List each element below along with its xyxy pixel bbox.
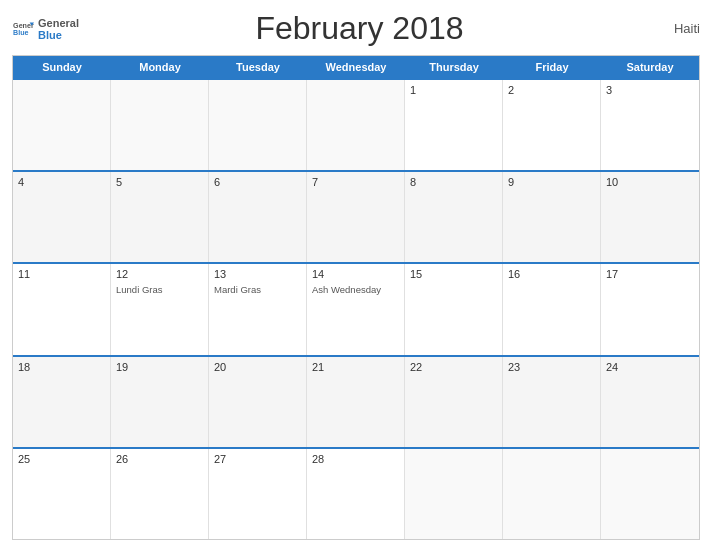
day-number: 18 [18,361,105,373]
day-cell: 6 [209,172,307,262]
day-cell: 11 [13,264,111,354]
header-sunday: Sunday [13,56,111,78]
day-cell [503,449,601,539]
day-cell [111,80,209,170]
day-cell: 26 [111,449,209,539]
day-cell: 14Ash Wednesday [307,264,405,354]
day-cell: 16 [503,264,601,354]
day-event: Lundi Gras [116,284,203,296]
day-number: 1 [410,84,497,96]
day-number: 21 [312,361,399,373]
day-cell [13,80,111,170]
day-cell: 28 [307,449,405,539]
logo: General Blue General Blue [12,17,79,41]
day-cell: 8 [405,172,503,262]
day-cell: 20 [209,357,307,447]
weeks-container: 123456789101112Lundi Gras13Mardi Gras14A… [13,78,699,539]
header-tuesday: Tuesday [209,56,307,78]
week-row-5: 25262728 [13,447,699,539]
header-saturday: Saturday [601,56,699,78]
day-cell: 19 [111,357,209,447]
day-cell: 21 [307,357,405,447]
day-cell: 27 [209,449,307,539]
day-number: 26 [116,453,203,465]
day-cell: 2 [503,80,601,170]
day-cell: 18 [13,357,111,447]
header-thursday: Thursday [405,56,503,78]
calendar-title: February 2018 [79,10,640,47]
day-number: 7 [312,176,399,188]
day-headers: Sunday Monday Tuesday Wednesday Thursday… [13,56,699,78]
week-row-4: 18192021222324 [13,355,699,447]
day-cell: 10 [601,172,699,262]
logo-general: General [38,17,79,29]
week-row-3: 1112Lundi Gras13Mardi Gras14Ash Wednesda… [13,262,699,354]
day-number: 6 [214,176,301,188]
day-number: 17 [606,268,694,280]
day-cell: 25 [13,449,111,539]
day-cell: 1 [405,80,503,170]
header-wednesday: Wednesday [307,56,405,78]
day-cell: 5 [111,172,209,262]
header-friday: Friday [503,56,601,78]
week-row-2: 45678910 [13,170,699,262]
day-cell: 13Mardi Gras [209,264,307,354]
day-number: 20 [214,361,301,373]
calendar-grid: Sunday Monday Tuesday Wednesday Thursday… [12,55,700,540]
day-cell [405,449,503,539]
logo-icon: General Blue [12,18,34,40]
day-cell: 7 [307,172,405,262]
day-number: 15 [410,268,497,280]
day-event: Mardi Gras [214,284,301,296]
day-cell [601,449,699,539]
svg-text:Blue: Blue [13,28,29,36]
day-number: 27 [214,453,301,465]
day-number: 24 [606,361,694,373]
day-cell [307,80,405,170]
header-monday: Monday [111,56,209,78]
logo-blue: Blue [38,29,79,41]
day-number: 11 [18,268,105,280]
day-number: 16 [508,268,595,280]
day-event: Ash Wednesday [312,284,399,296]
day-number: 14 [312,268,399,280]
day-number: 13 [214,268,301,280]
day-number: 5 [116,176,203,188]
day-cell: 15 [405,264,503,354]
day-number: 2 [508,84,595,96]
day-cell: 22 [405,357,503,447]
week-row-1: 123 [13,78,699,170]
day-number: 10 [606,176,694,188]
day-cell: 23 [503,357,601,447]
day-number: 8 [410,176,497,188]
calendar-container: General Blue General Blue February 2018 … [0,0,712,550]
day-number: 9 [508,176,595,188]
day-cell: 17 [601,264,699,354]
day-number: 25 [18,453,105,465]
day-number: 4 [18,176,105,188]
day-cell [209,80,307,170]
day-cell: 4 [13,172,111,262]
day-number: 12 [116,268,203,280]
calendar-header: General Blue General Blue February 2018 … [12,10,700,47]
day-number: 19 [116,361,203,373]
day-cell: 3 [601,80,699,170]
day-number: 3 [606,84,694,96]
day-cell: 24 [601,357,699,447]
day-cell: 12Lundi Gras [111,264,209,354]
country-label: Haiti [640,21,700,36]
day-number: 22 [410,361,497,373]
day-number: 23 [508,361,595,373]
day-number: 28 [312,453,399,465]
day-cell: 9 [503,172,601,262]
